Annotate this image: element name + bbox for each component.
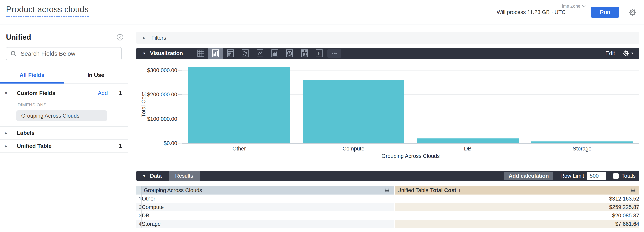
viz-type-scatter-icon[interactable] — [238, 48, 252, 59]
row-limit-label: Row Limit — [560, 173, 584, 179]
unified-table-count: 1 — [117, 143, 122, 149]
tab-results[interactable]: Results — [168, 171, 200, 181]
add-custom-field-button[interactable]: + Add — [94, 90, 108, 96]
caret-right-icon: ▸ — [143, 35, 146, 41]
query-process-info: Will process 11.23 GB · UTC Time Zone — [496, 9, 566, 16]
field-search — [6, 47, 122, 60]
measure-header-prefix: Unified Table — [398, 187, 428, 193]
chart-band — [296, 66, 411, 143]
chart-band — [182, 66, 296, 143]
section-labels[interactable]: ▸ Labels — [0, 127, 128, 140]
chart-type-picker: 6 — [194, 48, 342, 59]
viz-settings-gear-icon[interactable]: ▾ — [622, 50, 633, 57]
measure-cell[interactable]: $20,085.37 — [394, 211, 639, 220]
search-input[interactable] — [20, 50, 118, 57]
viz-type-pie-icon[interactable] — [282, 48, 297, 59]
table-row: 2 Compute $259,225.87 — [136, 203, 639, 211]
tab-all-fields[interactable]: All Fields — [0, 72, 64, 83]
axis-tick — [178, 94, 182, 95]
timezone-dropdown[interactable]: Time Zone — [560, 4, 586, 9]
dimension-cell[interactable]: Compute — [142, 203, 394, 211]
viz-more-types-button[interactable] — [328, 49, 342, 58]
bar-other[interactable] — [188, 67, 290, 143]
measure-cell[interactable]: $312,163.52 — [394, 194, 639, 203]
dimension-cell[interactable]: Other — [142, 194, 394, 203]
field-grouping-across-clouds[interactable]: Grouping Across Clouds — [16, 110, 107, 121]
chart-plot — [182, 66, 639, 143]
dimension-cell[interactable]: Storage — [142, 220, 394, 228]
viz-type-line-icon[interactable] — [252, 48, 268, 59]
totals-label: Totals — [622, 173, 636, 179]
visualization-label: Visualization — [150, 50, 183, 57]
data-label: Data — [150, 173, 162, 179]
results-table: Grouping Across Clouds — [136, 186, 639, 228]
bar-db[interactable] — [417, 139, 518, 143]
x-tick-label: DB — [410, 146, 525, 152]
dimension-column-header[interactable]: Grouping Across Clouds — [142, 186, 394, 194]
measure-cell[interactable]: $7,661.64 — [394, 220, 639, 228]
section-custom-fields[interactable]: ▾ Custom Fields + Add 1 — [0, 87, 128, 99]
run-button[interactable]: Run — [591, 7, 619, 18]
data-toggle[interactable]: ▾ Data — [136, 173, 162, 179]
tab-in-use[interactable]: In Use — [64, 72, 128, 83]
viz-type-table-icon[interactable] — [194, 48, 208, 59]
app-header: Product across clouds Will process 11.23… — [0, 0, 644, 25]
sort-desc-icon[interactable]: ↓ — [458, 187, 461, 193]
viz-type-bar-icon[interactable] — [223, 48, 238, 59]
explore-name: Unified — [6, 33, 31, 42]
timezone-label: Time Zone — [560, 4, 580, 9]
x-axis-title: Grouping Across Clouds — [182, 153, 639, 159]
page-title[interactable]: Product across clouds — [6, 5, 88, 17]
caret-right-icon: ▸ — [4, 143, 17, 149]
viz-type-single-value-icon[interactable]: 6 — [312, 48, 326, 59]
row-index: 4 — [136, 220, 142, 228]
chart-bands — [182, 66, 639, 143]
totals-checkbox[interactable] — [613, 173, 618, 179]
add-calculation-button[interactable]: Add calculation — [504, 172, 553, 180]
axis-tick — [178, 70, 182, 70]
chart-band — [525, 66, 640, 143]
caret-down-icon: ▾ — [4, 90, 17, 96]
custom-fields-count: 1 — [117, 90, 122, 96]
table-header-row: Grouping Across Clouds — [136, 186, 639, 194]
chart-x-labels: OtherComputeDBStorage — [182, 146, 639, 152]
table-row: 4 Storage $7,661.64 — [136, 220, 639, 228]
y-tick-label: $100,000.00 — [147, 116, 177, 122]
explore-settings-gear-icon[interactable] — [628, 8, 637, 17]
caret-down-icon: ▾ — [632, 51, 633, 56]
measure-column-header[interactable]: Unified Table Total Cost ↓ — [394, 186, 639, 194]
chart-band — [410, 66, 525, 143]
viz-edit-button[interactable]: Edit — [606, 50, 615, 57]
viz-type-area-icon[interactable] — [268, 48, 282, 59]
dimensions-group-label: DIMENSIONS — [18, 102, 128, 107]
x-tick-label: Storage — [525, 146, 640, 152]
chart-y-axis: $0.00$100,000.00$200,000.00$300,000.00 — [136, 66, 177, 143]
caret-right-icon: ▸ — [4, 130, 17, 136]
labels-label: Labels — [17, 130, 122, 136]
x-tick-label: Compute — [296, 146, 411, 152]
caret-down-icon: ▾ — [143, 51, 145, 56]
viz-type-column-icon[interactable] — [208, 48, 223, 59]
collapse-sidebar-icon[interactable] — [116, 34, 124, 41]
visualization-toggle[interactable]: ▾ Visualization — [136, 50, 183, 57]
single-value-glyph: 6 — [318, 51, 320, 56]
x-axis-line — [182, 143, 639, 144]
data-section-header: ▾ Data Results Add calculation Row Limit… — [136, 171, 639, 181]
header-actions: Will process 11.23 GB · UTC Time Zone Ru… — [496, 7, 637, 18]
caret-down-icon: ▾ — [143, 174, 145, 178]
dimension-cell[interactable]: DB — [142, 211, 394, 220]
measure-cell[interactable]: $259,225.87 — [394, 203, 639, 211]
filters-section-header[interactable]: ▸ Filters — [136, 32, 639, 44]
process-info-text: Will process 11.23 GB · UTC — [496, 9, 566, 15]
filters-label: Filters — [152, 35, 166, 41]
column-gear-icon[interactable] — [630, 187, 636, 193]
row-limit-input[interactable] — [587, 172, 606, 180]
y-tick-label: $300,000.00 — [147, 67, 177, 73]
column-gear-icon[interactable] — [384, 187, 390, 193]
unified-table-label: Unified Table — [17, 143, 117, 149]
table-row: 1 Other $312,163.52 — [136, 194, 639, 203]
field-tabs: All Fields In Use — [0, 72, 128, 83]
bar-compute[interactable] — [302, 80, 404, 143]
viz-type-map-icon[interactable] — [297, 48, 312, 59]
section-unified-table[interactable]: ▸ Unified Table 1 — [0, 140, 128, 153]
